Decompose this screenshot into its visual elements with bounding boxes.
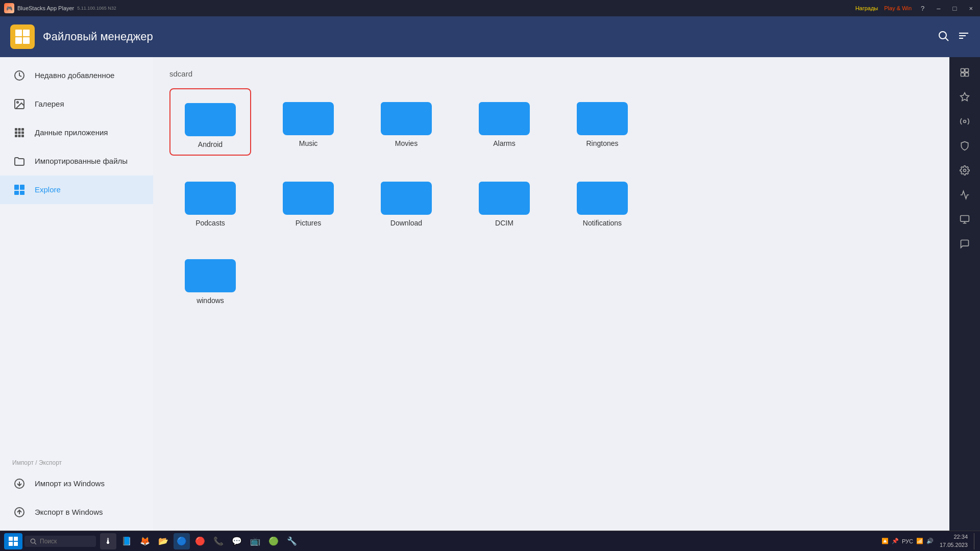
taskbar-app-weather[interactable]: 🌡 — [100, 533, 116, 549]
taskbar-app-edge[interactable]: 📘 — [118, 533, 135, 549]
taskbar-app-bs2[interactable]: 🔴 — [192, 533, 208, 549]
right-btn-2[interactable] — [953, 86, 976, 108]
folder-music[interactable]: Music — [267, 88, 349, 156]
sort-button[interactable] — [958, 30, 970, 44]
right-btn-8[interactable] — [953, 233, 976, 255]
sidebar-item-gallery[interactable]: Галерея — [0, 90, 153, 118]
svg-rect-65 — [965, 73, 969, 77]
clock-icon — [12, 68, 27, 83]
taskbar-date: 17.05.2023 — [940, 541, 968, 549]
svg-rect-0 — [15, 30, 22, 36]
sidebar-item-recent[interactable]: Недавно добавленное — [0, 61, 153, 90]
taskbar-app-firefox[interactable]: 🦊 — [137, 533, 153, 549]
taskbar-search-input[interactable] — [40, 538, 91, 545]
right-btn-7[interactable] — [953, 208, 976, 231]
folder-ringtones[interactable]: Ringtones — [561, 88, 643, 156]
right-btn-4[interactable] — [953, 135, 976, 157]
taskbar-app-green[interactable]: 🟢 — [265, 533, 282, 549]
bluestacks-logo: 🎮 — [4, 3, 14, 13]
svg-rect-17 — [21, 132, 24, 134]
folder-name-alarms: Alarms — [493, 139, 516, 147]
folder-android[interactable]: Android — [169, 88, 251, 156]
taskbar-show-desktop[interactable] — [974, 533, 976, 549]
taskbar-app-files[interactable]: 📂 — [155, 533, 172, 549]
apps-icon — [12, 126, 27, 140]
svg-rect-74 — [9, 542, 13, 546]
svg-rect-21 — [14, 191, 19, 195]
close-button[interactable]: × — [966, 4, 976, 13]
right-btn-5[interactable] — [953, 159, 976, 182]
sidebar-item-import[interactable]: Импорт из Windows — [0, 469, 153, 498]
svg-rect-34 — [283, 109, 304, 114]
sidebar: Недавно добавленное Галерея — [0, 57, 153, 531]
svg-rect-16 — [18, 132, 21, 134]
sidebar-item-apps[interactable]: Данные приложения — [0, 118, 153, 147]
folder-movies[interactable]: Movies — [365, 88, 447, 156]
folder-icon-windows — [185, 252, 236, 292]
import-icon — [12, 477, 27, 491]
import-export-label: Импорт / Экспорт — [0, 451, 153, 469]
folder-podcasts[interactable]: Podcasts — [169, 168, 251, 233]
app-header: Файловый менеджер — [0, 16, 980, 57]
app-icon — [10, 24, 35, 49]
svg-rect-40 — [479, 109, 500, 114]
folder-notifications[interactable]: Notifications — [561, 168, 643, 233]
maximize-button[interactable]: □ — [950, 4, 960, 13]
folder-name-pictures: Pictures — [296, 219, 322, 227]
svg-rect-52 — [381, 188, 402, 193]
export-icon — [12, 505, 27, 519]
taskbar-app-bs1[interactable]: 🔵 — [174, 533, 190, 549]
svg-point-67 — [964, 120, 966, 123]
sidebar-item-explore[interactable]: Explore — [0, 176, 153, 204]
svg-line-5 — [946, 38, 949, 41]
folder-windows[interactable]: windows — [169, 245, 251, 311]
taskbar: 🌡 📘 🦊 📂 🔵 🔴 📞 💬 📺 🟢 🔧 🔼 📌 РУС 📶 🔊 22:34 … — [0, 531, 980, 551]
svg-rect-46 — [185, 188, 206, 193]
right-btn-3[interactable] — [953, 110, 976, 133]
taskbar-app-telegram[interactable]: 💬 — [229, 533, 245, 549]
explore-icon — [12, 183, 27, 197]
sidebar-item-imported[interactable]: Импортированные файлы — [0, 147, 153, 176]
svg-line-77 — [35, 542, 36, 544]
taskbar-app-tools[interactable]: 🔧 — [284, 533, 300, 549]
right-btn-1[interactable] — [953, 61, 976, 84]
folder-icon-ringtones — [577, 94, 628, 135]
taskbar-time-date: 22:34 17.05.2023 — [940, 533, 968, 549]
folder-dcim[interactable]: DCIM — [463, 168, 545, 233]
taskbar-app-whatsapp[interactable]: 📞 — [210, 533, 227, 549]
folder-icon-notifications — [577, 174, 628, 215]
svg-rect-49 — [283, 188, 304, 193]
start-button[interactable] — [4, 533, 22, 549]
folder-icon-music — [283, 94, 334, 135]
folder-name-notifications: Notifications — [583, 219, 622, 227]
help-button[interactable]: ? — [918, 4, 927, 13]
taskbar-apps: 🌡 📘 🦊 📂 🔵 🔴 📞 💬 📺 🟢 🔧 — [100, 533, 300, 549]
breadcrumb: sdcard — [169, 69, 933, 78]
sidebar-item-export[interactable]: Экспорт в Windows — [0, 498, 153, 527]
sidebar-label-gallery: Галерея — [35, 99, 64, 109]
svg-rect-20 — [21, 135, 24, 137]
right-sidebar — [949, 57, 980, 531]
playwin-button[interactable]: Play & Win — [884, 5, 912, 11]
rewards-button[interactable]: Награды — [855, 5, 878, 11]
svg-rect-64 — [961, 73, 965, 77]
search-button[interactable] — [937, 30, 949, 44]
sidebar-label-explore: Explore — [35, 185, 61, 195]
folder-download[interactable]: Download — [365, 168, 447, 233]
svg-point-68 — [964, 169, 966, 172]
taskbar-notification-icon: 📌 — [892, 538, 899, 544]
sidebar-label-apps: Данные приложения — [35, 128, 108, 138]
minimize-button[interactable]: – — [934, 4, 943, 13]
svg-marker-66 — [961, 93, 969, 101]
taskbar-app-media[interactable]: 📺 — [247, 533, 263, 549]
svg-rect-63 — [965, 69, 969, 72]
svg-rect-15 — [15, 132, 17, 134]
sidebar-label-import: Импорт из Windows — [35, 479, 105, 489]
taskbar-search-box[interactable] — [24, 536, 96, 547]
svg-point-11 — [17, 102, 18, 103]
folder-alarms[interactable]: Alarms — [463, 88, 545, 156]
svg-rect-23 — [14, 185, 19, 190]
right-btn-6[interactable] — [953, 184, 976, 206]
svg-rect-58 — [577, 188, 598, 193]
folder-pictures[interactable]: Pictures — [267, 168, 349, 233]
